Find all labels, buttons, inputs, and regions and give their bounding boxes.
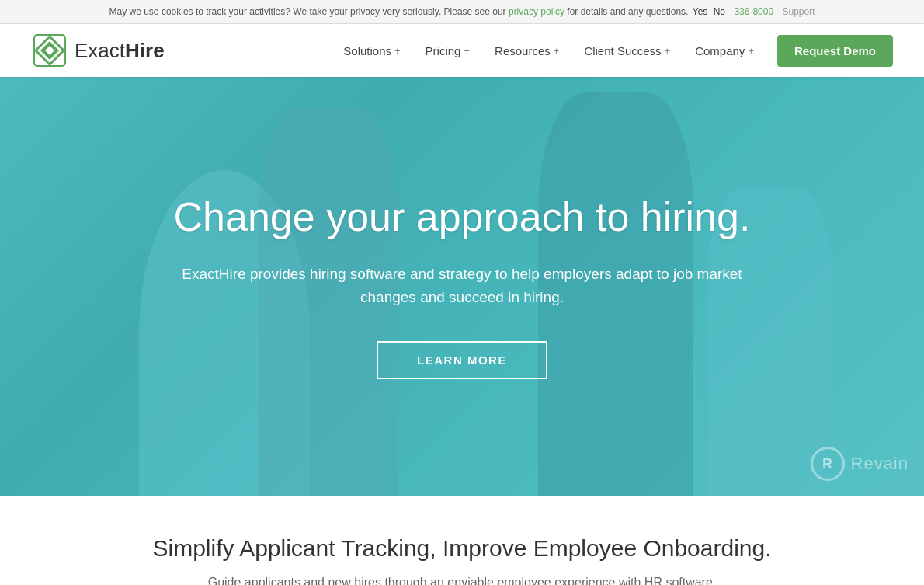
cookie-after-link: for details and any questions. — [567, 6, 688, 17]
nav-solutions[interactable]: Solutions + — [332, 38, 411, 64]
nav-company[interactable]: Company + — [684, 38, 765, 64]
below-fold-title: Simplify Applicant Tracking, Improve Emp… — [31, 535, 893, 562]
header: ExactHire Solutions + Pricing + Resource… — [0, 24, 924, 77]
below-fold-subtitle: Guide applicants and new hires through a… — [190, 573, 734, 585]
logo-icon — [31, 32, 68, 69]
phone-number: 336-8000 — [734, 6, 773, 17]
hero-content: Change your approach to hiring. ExactHir… — [128, 194, 796, 379]
privacy-policy-link[interactable]: privacy policy — [509, 6, 564, 17]
cookie-yes-link[interactable]: Yes — [693, 6, 708, 17]
revain-icon: R — [811, 447, 845, 481]
cookie-bar: May we use cookies to track your activit… — [0, 0, 924, 24]
nav-client-success[interactable]: Client Success + — [573, 38, 681, 64]
revain-watermark: R Revain — [811, 447, 908, 481]
cookie-no-link[interactable]: No — [714, 6, 725, 17]
resources-plus-icon: + — [554, 45, 560, 57]
support-link[interactable]: Support — [782, 6, 815, 17]
logo[interactable]: ExactHire — [31, 32, 165, 69]
hero-subtitle: ExactHire provides hiring software and s… — [159, 263, 765, 310]
below-fold-section: Simplify Applicant Tracking, Improve Emp… — [0, 496, 924, 585]
client-success-plus-icon: + — [665, 45, 671, 57]
solutions-plus-icon: + — [394, 45, 401, 57]
cookie-text: May we use cookies to track your activit… — [109, 6, 509, 17]
request-demo-button[interactable]: Request Demo — [777, 35, 893, 67]
main-nav: Solutions + Pricing + Resources + Client… — [332, 35, 893, 67]
hero-section: Change your approach to hiring. ExactHir… — [0, 77, 924, 496]
logo-text: ExactHire — [75, 39, 165, 63]
pricing-plus-icon: + — [464, 45, 470, 57]
nav-resources[interactable]: Resources + — [484, 38, 570, 64]
learn-more-button[interactable]: LEARN MORE — [377, 341, 547, 379]
revain-text: Revain — [851, 454, 908, 474]
hero-title: Change your approach to hiring. — [159, 194, 765, 241]
nav-pricing[interactable]: Pricing + — [415, 38, 481, 64]
company-plus-icon: + — [748, 45, 754, 57]
